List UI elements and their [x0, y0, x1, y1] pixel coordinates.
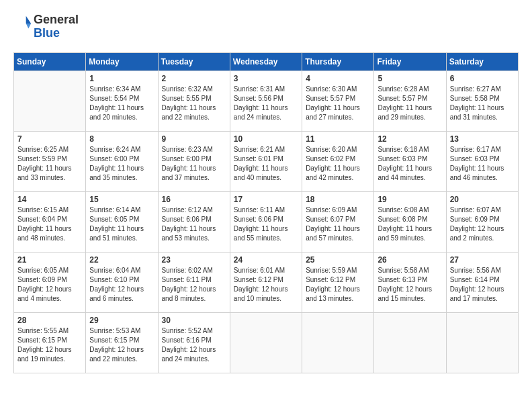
- calendar-cell: 25Sunrise: 5:59 AMSunset: 6:12 PMDayligh…: [302, 252, 374, 312]
- calendar-cell: 16Sunrise: 6:12 AMSunset: 6:06 PMDayligh…: [158, 191, 230, 252]
- weekday-header: Sunday: [14, 52, 86, 71]
- day-number: 28: [17, 316, 82, 325]
- calendar-cell: 7Sunrise: 6:25 AMSunset: 5:59 PMDaylight…: [14, 131, 86, 191]
- day-info: Sunrise: 6:14 AMSunset: 6:05 PMDaylight:…: [89, 205, 154, 243]
- day-info: Sunrise: 6:28 AMSunset: 5:57 PMDaylight:…: [378, 85, 442, 122]
- day-number: 14: [17, 195, 82, 204]
- day-info: Sunrise: 6:27 AMSunset: 5:58 PMDaylight:…: [450, 85, 515, 122]
- day-info: Sunrise: 6:11 AMSunset: 6:06 PMDaylight:…: [234, 205, 298, 243]
- day-info: Sunrise: 6:02 AMSunset: 6:11 PMDaylight:…: [162, 266, 226, 304]
- day-number: 9: [162, 134, 226, 144]
- day-number: 3: [234, 74, 298, 83]
- logo-icon: [13, 13, 32, 32]
- day-info: Sunrise: 6:23 AMSunset: 6:00 PMDaylight:…: [162, 145, 226, 183]
- calendar-cell: 13Sunrise: 6:17 AMSunset: 6:03 PMDayligh…: [446, 131, 518, 191]
- day-info: Sunrise: 6:25 AMSunset: 5:59 PMDaylight:…: [17, 145, 82, 183]
- calendar-cell: 2Sunrise: 6:32 AMSunset: 5:55 PMDaylight…: [158, 71, 230, 131]
- day-info: Sunrise: 6:24 AMSunset: 6:00 PMDaylight:…: [89, 145, 154, 183]
- calendar-cell: 19Sunrise: 6:08 AMSunset: 6:08 PMDayligh…: [374, 191, 446, 252]
- calendar-cell: 11Sunrise: 6:20 AMSunset: 6:02 PMDayligh…: [302, 131, 374, 191]
- weekday-header: Saturday: [446, 52, 518, 71]
- weekday-header: Monday: [86, 52, 158, 71]
- calendar-cell: 12Sunrise: 6:18 AMSunset: 6:03 PMDayligh…: [374, 131, 446, 191]
- day-number: 20: [450, 195, 515, 204]
- calendar-cell: [374, 312, 446, 373]
- day-info: Sunrise: 6:30 AMSunset: 5:57 PMDaylight:…: [306, 85, 370, 122]
- calendar-body: 1Sunrise: 6:34 AMSunset: 5:54 PMDaylight…: [14, 71, 519, 373]
- day-info: Sunrise: 6:07 AMSunset: 6:09 PMDaylight:…: [450, 205, 515, 243]
- calendar-cell: 10Sunrise: 6:21 AMSunset: 6:01 PMDayligh…: [230, 131, 302, 191]
- day-info: Sunrise: 5:55 AMSunset: 6:15 PMDaylight:…: [17, 326, 82, 364]
- day-number: 7: [17, 134, 82, 144]
- calendar-week-row: 7Sunrise: 6:25 AMSunset: 5:59 PMDaylight…: [14, 131, 519, 191]
- calendar-cell: 9Sunrise: 6:23 AMSunset: 6:00 PMDaylight…: [158, 131, 230, 191]
- day-info: Sunrise: 5:58 AMSunset: 6:13 PMDaylight:…: [378, 266, 442, 304]
- calendar-week-row: 1Sunrise: 6:34 AMSunset: 5:54 PMDaylight…: [14, 71, 519, 131]
- logo-text: General Blue: [34, 13, 79, 40]
- weekday-header: Wednesday: [230, 52, 302, 71]
- day-number: 4: [306, 74, 370, 83]
- calendar-cell: 8Sunrise: 6:24 AMSunset: 6:00 PMDaylight…: [86, 131, 158, 191]
- day-number: 18: [306, 195, 370, 204]
- day-number: 12: [378, 134, 442, 144]
- calendar-cell: 18Sunrise: 6:09 AMSunset: 6:07 PMDayligh…: [302, 191, 374, 252]
- day-info: Sunrise: 6:04 AMSunset: 6:10 PMDaylight:…: [89, 266, 154, 304]
- day-info: Sunrise: 5:59 AMSunset: 6:12 PMDaylight:…: [306, 266, 370, 304]
- calendar-week-row: 21Sunrise: 6:05 AMSunset: 6:09 PMDayligh…: [14, 252, 519, 312]
- calendar-cell: 29Sunrise: 5:53 AMSunset: 6:15 PMDayligh…: [86, 312, 158, 373]
- calendar-cell: 28Sunrise: 5:55 AMSunset: 6:15 PMDayligh…: [14, 312, 86, 373]
- calendar-cell: 4Sunrise: 6:30 AMSunset: 5:57 PMDaylight…: [302, 71, 374, 131]
- day-info: Sunrise: 6:32 AMSunset: 5:55 PMDaylight:…: [162, 85, 226, 122]
- day-number: 15: [89, 195, 154, 204]
- calendar-cell: 30Sunrise: 5:52 AMSunset: 6:16 PMDayligh…: [158, 312, 230, 373]
- day-number: 5: [378, 74, 442, 83]
- calendar-week-row: 14Sunrise: 6:15 AMSunset: 6:04 PMDayligh…: [14, 191, 519, 252]
- day-number: 16: [162, 195, 226, 204]
- calendar-cell: 26Sunrise: 5:58 AMSunset: 6:13 PMDayligh…: [374, 252, 446, 312]
- top-bar: General Blue: [13, 13, 519, 47]
- calendar-cell: 5Sunrise: 6:28 AMSunset: 5:57 PMDaylight…: [374, 71, 446, 131]
- calendar-table: SundayMondayTuesdayWednesdayThursdayFrid…: [13, 52, 519, 373]
- day-info: Sunrise: 6:21 AMSunset: 6:01 PMDaylight:…: [234, 145, 298, 183]
- day-number: 8: [89, 134, 154, 144]
- day-number: 13: [450, 134, 515, 144]
- day-number: 2: [162, 74, 226, 83]
- day-info: Sunrise: 5:53 AMSunset: 6:15 PMDaylight:…: [89, 326, 154, 364]
- day-number: 23: [162, 255, 226, 265]
- day-number: 17: [234, 195, 298, 204]
- day-info: Sunrise: 6:09 AMSunset: 6:07 PMDaylight:…: [306, 205, 370, 243]
- calendar-cell: [446, 312, 518, 373]
- calendar-cell: 27Sunrise: 5:56 AMSunset: 6:14 PMDayligh…: [446, 252, 518, 312]
- day-number: 21: [17, 255, 82, 265]
- calendar-cell: 1Sunrise: 6:34 AMSunset: 5:54 PMDaylight…: [86, 71, 158, 131]
- day-info: Sunrise: 6:08 AMSunset: 6:08 PMDaylight:…: [378, 205, 442, 243]
- calendar-cell: [230, 312, 302, 373]
- calendar-cell: [14, 71, 86, 131]
- day-info: Sunrise: 6:17 AMSunset: 6:03 PMDaylight:…: [450, 145, 515, 183]
- day-number: 25: [306, 255, 370, 265]
- header-row: SundayMondayTuesdayWednesdayThursdayFrid…: [14, 52, 519, 71]
- day-info: Sunrise: 6:18 AMSunset: 6:03 PMDaylight:…: [378, 145, 442, 183]
- calendar-header: SundayMondayTuesdayWednesdayThursdayFrid…: [14, 52, 519, 71]
- day-info: Sunrise: 6:05 AMSunset: 6:09 PMDaylight:…: [17, 266, 82, 304]
- calendar-cell: [302, 312, 374, 373]
- day-info: Sunrise: 6:34 AMSunset: 5:54 PMDaylight:…: [89, 85, 154, 122]
- calendar-cell: 3Sunrise: 6:31 AMSunset: 5:56 PMDaylight…: [230, 71, 302, 131]
- calendar-cell: 21Sunrise: 6:05 AMSunset: 6:09 PMDayligh…: [14, 252, 86, 312]
- day-number: 27: [450, 255, 515, 265]
- day-number: 10: [234, 134, 298, 144]
- calendar-cell: 22Sunrise: 6:04 AMSunset: 6:10 PMDayligh…: [86, 252, 158, 312]
- day-info: Sunrise: 5:56 AMSunset: 6:14 PMDaylight:…: [450, 266, 515, 304]
- day-number: 26: [378, 255, 442, 265]
- calendar-cell: 23Sunrise: 6:02 AMSunset: 6:11 PMDayligh…: [158, 252, 230, 312]
- day-number: 30: [162, 316, 226, 325]
- day-number: 22: [89, 255, 154, 265]
- day-number: 24: [234, 255, 298, 265]
- day-info: Sunrise: 5:52 AMSunset: 6:16 PMDaylight:…: [162, 326, 226, 364]
- day-info: Sunrise: 6:15 AMSunset: 6:04 PMDaylight:…: [17, 205, 82, 243]
- svg-marker-1: [26, 24, 31, 28]
- day-info: Sunrise: 6:12 AMSunset: 6:06 PMDaylight:…: [162, 205, 226, 243]
- day-info: Sunrise: 6:01 AMSunset: 6:12 PMDaylight:…: [234, 266, 298, 304]
- day-number: 6: [450, 74, 515, 83]
- day-number: 1: [89, 74, 154, 83]
